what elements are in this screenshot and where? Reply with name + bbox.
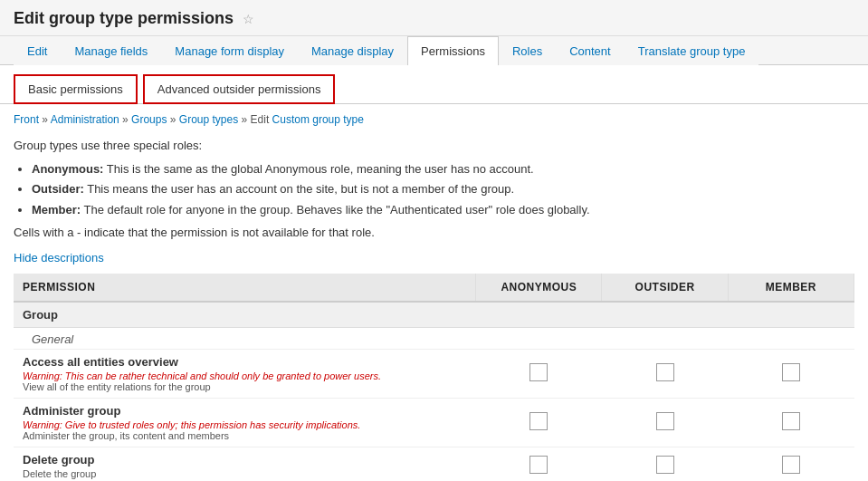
description-note: Cells with a - indicate that the permiss… [14, 224, 854, 242]
sub-tab-basic-permissions[interactable]: Basic permissions [14, 74, 138, 104]
description-role-anonymous: Anonymous: This is the same as the globa… [32, 160, 854, 178]
perm-name-delete-group: Delete group [23, 453, 467, 467]
perm-cell-administer-group: Administer group Warning: Give to truste… [14, 398, 476, 447]
role-outsider-name: Outsider: [32, 182, 84, 196]
section-row-general: General [14, 327, 854, 349]
col-header-anonymous: ANONYMOUS [476, 274, 602, 302]
sub-tabs: Basic permissions Advanced outsider perm… [0, 65, 868, 104]
description-role-member: Member: The default role for anyone in t… [32, 201, 854, 219]
breadcrumb: Front » Administration » Groups » Group … [14, 113, 854, 126]
breadcrumb-sep-2: » [122, 113, 131, 126]
perm-name-administer-group: Administer group [23, 404, 467, 418]
table-row: Administer group Warning: Give to truste… [14, 398, 854, 447]
breadcrumb-sep-4: » [242, 113, 251, 126]
role-anonymous-text: This is the same as the global Anonymous… [107, 162, 534, 176]
checkbox-mem-delete-group[interactable] [782, 456, 800, 474]
perm-mem-delete-group [728, 447, 854, 481]
perm-cell-delete-group: Delete group Delete the group [14, 447, 476, 481]
checkbox-anon-administer-group[interactable] [529, 412, 548, 430]
perm-name-access-all: Access all entities overview [23, 355, 467, 369]
star-icon[interactable]: ☆ [243, 12, 254, 26]
perm-mem-access-all [728, 349, 854, 398]
tab-permissions[interactable]: Permissions [407, 36, 499, 65]
tab-manage-form-display[interactable]: Manage form display [161, 36, 298, 65]
tab-manage-fields[interactable]: Manage fields [61, 36, 161, 65]
perm-anon-delete-group [476, 447, 602, 481]
table-row: Access all entities overview Warning: Th… [14, 349, 854, 398]
checkbox-out-administer-group[interactable] [656, 412, 674, 430]
col-header-member: MEMBER [728, 274, 854, 302]
checkbox-anon-delete-group[interactable] [529, 456, 548, 474]
description-role-outsider: Outsider: This means the user has an acc… [32, 180, 854, 198]
checkbox-out-delete-group[interactable] [656, 456, 674, 474]
permissions-table: PERMISSION ANONYMOUS OUTSIDER MEMBER Gro… [14, 274, 854, 482]
perm-anon-administer-group [476, 398, 602, 447]
perm-out-administer-group [602, 398, 728, 447]
description-intro: Group types use three special roles: [14, 137, 854, 155]
perm-desc-administer-group: Administer the group, its content and me… [23, 430, 467, 441]
section-label: General [14, 327, 854, 349]
role-anonymous-name: Anonymous: [32, 162, 103, 176]
tab-translate-group-type[interactable]: Translate group type [625, 36, 759, 65]
sub-tab-advanced-outsider-permissions[interactable]: Advanced outsider permissions [143, 74, 336, 104]
role-member-text: The default role for anyone in the group… [84, 203, 590, 216]
table-header-row: PERMISSION ANONYMOUS OUTSIDER MEMBER [14, 274, 854, 302]
group-row: Group [14, 302, 854, 328]
breadcrumb-groups[interactable]: Groups [131, 113, 167, 126]
perm-warning-access-all: Warning: This can be rather technical an… [23, 370, 467, 381]
breadcrumb-administration[interactable]: Administration [51, 113, 119, 126]
checkbox-mem-access-all[interactable] [782, 363, 800, 381]
page-title: Edit group type permissions [14, 9, 234, 28]
perm-anon-access-all [476, 349, 602, 398]
breadcrumb-sep-1: » [42, 113, 50, 126]
tab-edit[interactable]: Edit [14, 36, 61, 65]
breadcrumb-front[interactable]: Front [14, 113, 39, 126]
perm-warning-administer-group: Warning: Give to trusted roles only; thi… [23, 419, 467, 430]
content-area: Front » Administration » Groups » Group … [0, 104, 868, 481]
checkbox-mem-administer-group[interactable] [782, 412, 800, 430]
group-label: Group [14, 302, 854, 328]
tab-content[interactable]: Content [556, 36, 625, 65]
page-header: Edit group type permissions ☆ [0, 0, 868, 36]
breadcrumb-group-types[interactable]: Group types [179, 113, 238, 126]
perm-out-access-all [602, 349, 728, 398]
hide-descriptions-link[interactable]: Hide descriptions [14, 251, 854, 265]
description-block: Group types use three special roles: Ano… [14, 137, 854, 242]
role-member-name: Member: [32, 203, 81, 216]
tab-manage-display[interactable]: Manage display [298, 36, 407, 65]
checkbox-anon-access-all[interactable] [529, 363, 548, 381]
perm-cell-access-all: Access all entities overview Warning: Th… [14, 349, 476, 398]
breadcrumb-sep-3: » [170, 113, 179, 126]
tab-roles[interactable]: Roles [499, 36, 556, 65]
checkbox-out-access-all[interactable] [656, 363, 674, 381]
perm-mem-administer-group [728, 398, 854, 447]
table-row: Delete group Delete the group [14, 447, 854, 481]
col-header-outsider: OUTSIDER [602, 274, 728, 302]
description-roles-list: Anonymous: This is the same as the globa… [32, 160, 854, 219]
breadcrumb-current: Edit Custom group type [251, 113, 364, 126]
perm-desc-access-all: View all of the entity relations for the… [23, 381, 467, 392]
perm-out-delete-group [602, 447, 728, 481]
tabs-nav: Edit Manage fields Manage form display M… [0, 36, 868, 65]
col-header-permission: PERMISSION [14, 274, 476, 302]
perm-desc-delete-group: Delete the group [23, 468, 467, 479]
role-outsider-text: This means the user has an account on th… [87, 182, 514, 196]
